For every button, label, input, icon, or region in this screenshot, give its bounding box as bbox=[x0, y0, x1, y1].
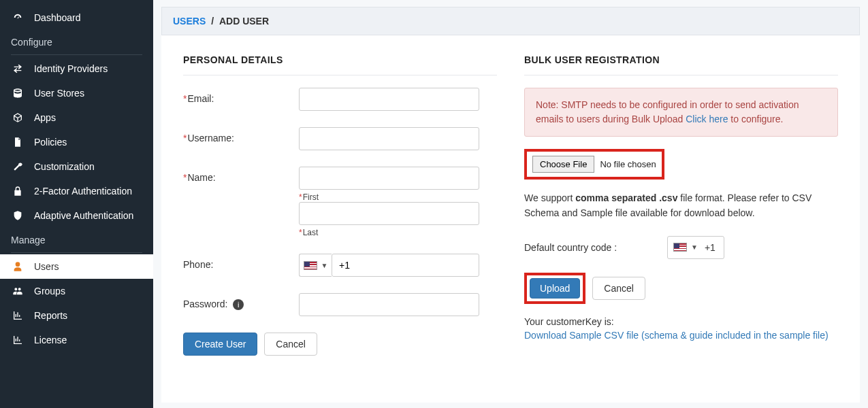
sidebar-label: 2-Factor Authentication bbox=[34, 186, 132, 197]
default-country-code-label: Default country code : bbox=[524, 242, 667, 253]
upload-button[interactable]: Upload bbox=[530, 278, 580, 299]
section-title-personal: PERSONAL DETAILS bbox=[183, 54, 497, 75]
choose-file-button[interactable]: Choose File bbox=[532, 156, 594, 173]
username-input[interactable] bbox=[299, 127, 479, 150]
sidebar-label: User Stores bbox=[34, 88, 84, 99]
password-label: Password: i bbox=[183, 293, 299, 310]
upload-highlight: Upload bbox=[524, 273, 585, 304]
users-icon bbox=[11, 286, 25, 296]
sidebar-item-policies[interactable]: Policies bbox=[0, 130, 153, 154]
sidebar-item-user-stores[interactable]: User Stores bbox=[0, 81, 153, 105]
password-input[interactable] bbox=[299, 293, 479, 316]
document-icon bbox=[11, 137, 25, 148]
sidebar-item-apps[interactable]: Apps bbox=[0, 105, 153, 130]
sidebar-item-2fa[interactable]: 2-Factor Authentication bbox=[0, 179, 153, 203]
sidebar-item-customization[interactable]: Customization bbox=[0, 154, 153, 179]
sidebar-item-reports[interactable]: Reports bbox=[0, 303, 153, 328]
smtp-warning-alert: Note: SMTP needs to be configured in ord… bbox=[524, 88, 838, 137]
sidebar-divider bbox=[11, 252, 142, 253]
first-name-input[interactable] bbox=[299, 167, 479, 190]
section-title-bulk: BULK USER REGISTRATION bbox=[524, 54, 838, 75]
lock-icon bbox=[11, 186, 25, 197]
chart-icon bbox=[11, 335, 25, 345]
customer-key-label: Your customerKey is: bbox=[524, 316, 838, 327]
sidebar-item-groups[interactable]: Groups bbox=[0, 279, 153, 303]
sidebar-label: Adaptive Authentication bbox=[34, 210, 133, 221]
sidebar-item-identity-providers[interactable]: Identity Providers bbox=[0, 56, 153, 81]
email-label: *Email: bbox=[183, 88, 299, 104]
chart-icon bbox=[11, 310, 25, 321]
breadcrumb-current: ADD USER bbox=[219, 16, 269, 27]
sidebar-label: License bbox=[34, 335, 67, 345]
exchange-icon bbox=[11, 63, 25, 74]
sidebar-section-manage: Manage bbox=[0, 228, 153, 251]
breadcrumb-separator: / bbox=[211, 16, 214, 27]
download-sample-csv-link[interactable]: Download Sample CSV file (schema & guide… bbox=[524, 330, 829, 341]
sidebar-label: Apps bbox=[34, 112, 56, 123]
sidebar-item-dashboard[interactable]: Dashboard bbox=[0, 5, 153, 30]
box-icon bbox=[11, 112, 25, 123]
breadcrumb-users-link[interactable]: USERS bbox=[173, 16, 206, 27]
main: USERS / ADD USER PERSONAL DETAILS *Email… bbox=[153, 0, 868, 408]
sidebar-label: Policies bbox=[34, 137, 67, 148]
sidebar-label: Customization bbox=[34, 161, 95, 172]
sidebar-label: Dashboard bbox=[34, 12, 81, 23]
info-icon[interactable]: i bbox=[233, 299, 244, 310]
database-icon bbox=[11, 88, 25, 99]
sidebar-item-adaptive-auth[interactable]: Adaptive Authentication bbox=[0, 203, 153, 228]
email-input[interactable] bbox=[299, 88, 479, 111]
dashboard-icon bbox=[11, 12, 25, 23]
phone-label: Phone: bbox=[183, 254, 299, 270]
cancel-button[interactable]: Cancel bbox=[264, 333, 317, 356]
phone-input[interactable] bbox=[332, 254, 479, 277]
breadcrumb: USERS / ADD USER bbox=[161, 7, 860, 35]
configure-smtp-link[interactable]: Click here bbox=[686, 114, 728, 124]
sidebar-label: Groups bbox=[34, 286, 65, 296]
name-label: *Name: bbox=[183, 167, 299, 183]
default-country-code-select[interactable]: ▼ +1 bbox=[667, 236, 724, 259]
csv-support-text: We support comma separated .csv file for… bbox=[524, 190, 838, 221]
phone-country-selector[interactable]: ▼ bbox=[299, 254, 332, 277]
sidebar-label: Reports bbox=[34, 310, 67, 321]
sidebar-label: Users bbox=[34, 261, 59, 272]
last-name-sublabel: *Last bbox=[299, 228, 497, 237]
us-flag-icon bbox=[673, 243, 687, 252]
bulk-cancel-button[interactable]: Cancel bbox=[592, 277, 645, 300]
first-name-sublabel: *First bbox=[299, 192, 497, 202]
caret-down-icon: ▼ bbox=[691, 243, 698, 251]
us-flag-icon bbox=[304, 261, 317, 270]
sidebar-divider bbox=[11, 54, 142, 55]
user-icon bbox=[11, 261, 25, 272]
shield-icon bbox=[11, 210, 25, 221]
sidebar: Dashboard Configure Identity Providers U… bbox=[0, 0, 153, 408]
file-upload-highlight: Choose File No file chosen bbox=[524, 149, 664, 180]
sidebar-item-users[interactable]: Users bbox=[0, 254, 153, 279]
country-code-value: +1 bbox=[705, 242, 716, 253]
sidebar-item-license[interactable]: License bbox=[0, 328, 153, 352]
last-name-input[interactable] bbox=[299, 202, 479, 225]
sidebar-label: Identity Providers bbox=[34, 63, 108, 74]
file-chosen-text: No file chosen bbox=[600, 159, 656, 169]
create-user-button[interactable]: Create User bbox=[183, 333, 257, 356]
username-label: *Username: bbox=[183, 127, 299, 143]
sidebar-section-configure: Configure bbox=[0, 30, 153, 53]
wrench-icon bbox=[11, 161, 25, 172]
caret-down-icon: ▼ bbox=[321, 262, 328, 269]
